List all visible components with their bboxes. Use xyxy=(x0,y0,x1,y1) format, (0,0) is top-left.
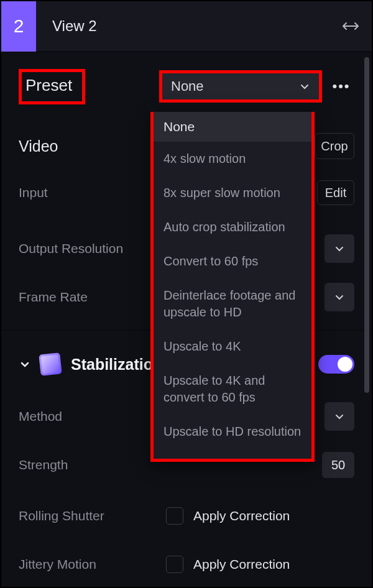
jittery-motion-label: Jittery Motion xyxy=(19,557,96,572)
header: 2 View 2 xyxy=(1,1,372,52)
strength-value[interactable]: 50 xyxy=(322,452,354,478)
stabilization-title: Stabilization xyxy=(71,356,162,374)
scrollbar[interactable] xyxy=(364,57,369,393)
preset-option[interactable]: Deinterlace footage and upscale to HD xyxy=(154,278,311,329)
method-dropdown[interactable] xyxy=(325,402,354,431)
rolling-shutter-label: Rolling Shutter xyxy=(19,508,104,523)
crop-button[interactable]: Crop xyxy=(315,133,354,159)
preset-option[interactable]: Upscale to 4K and convert to 60 fps xyxy=(154,364,311,415)
preset-label: Preset xyxy=(25,76,72,94)
preset-option-selected[interactable]: None xyxy=(150,112,315,142)
preset-option[interactable]: Convert to 60 fps xyxy=(154,244,311,278)
preset-dropdown-list: 4x slow motion 8x super slow motion Auto… xyxy=(150,112,315,462)
input-label: Input xyxy=(19,185,48,200)
stabilization-icon xyxy=(39,352,62,375)
rolling-shutter-row: Rolling Shutter Apply Correction xyxy=(19,501,354,531)
output-resolution-label: Output Resolution xyxy=(19,241,123,256)
preset-option[interactable]: 8x super slow motion xyxy=(154,176,311,210)
video-title: Video xyxy=(19,137,58,155)
preset-option[interactable]: Upscale to 4K xyxy=(154,329,311,364)
preset-row: Preset None ••• xyxy=(19,67,354,106)
jittery-motion-apply-label: Apply Correction xyxy=(193,557,290,572)
frame-rate-dropdown[interactable] xyxy=(325,283,354,311)
jittery-motion-checkbox[interactable] xyxy=(166,556,183,573)
strength-label: Strength xyxy=(19,457,68,472)
swap-icon[interactable] xyxy=(338,14,363,39)
preset-select[interactable]: None xyxy=(159,70,322,103)
view-title: View 2 xyxy=(52,17,97,35)
preset-option[interactable]: 4x slow motion xyxy=(154,142,311,176)
rolling-shutter-checkbox[interactable] xyxy=(166,507,183,525)
chevron-down-icon xyxy=(19,358,31,370)
jittery-motion-row: Jittery Motion Apply Correction xyxy=(19,549,354,579)
preset-option[interactable]: Upscale to HD resolution xyxy=(154,415,311,449)
preset-more-button[interactable]: ••• xyxy=(328,73,354,99)
rolling-shutter-apply-label: Apply Correction xyxy=(193,508,290,523)
preset-selected-value: None xyxy=(171,78,204,94)
method-label: Method xyxy=(19,409,62,424)
stabilization-toggle[interactable] xyxy=(318,355,354,374)
preset-label-highlight: Preset xyxy=(19,69,85,104)
output-resolution-dropdown[interactable] xyxy=(325,234,354,263)
frame-rate-label: Frame Rate xyxy=(19,290,88,305)
view-badge: 2 xyxy=(1,1,36,52)
preset-option[interactable]: Auto crop stabilization xyxy=(154,210,311,244)
edit-button[interactable]: Edit xyxy=(317,180,354,205)
chevron-down-icon xyxy=(299,81,310,92)
